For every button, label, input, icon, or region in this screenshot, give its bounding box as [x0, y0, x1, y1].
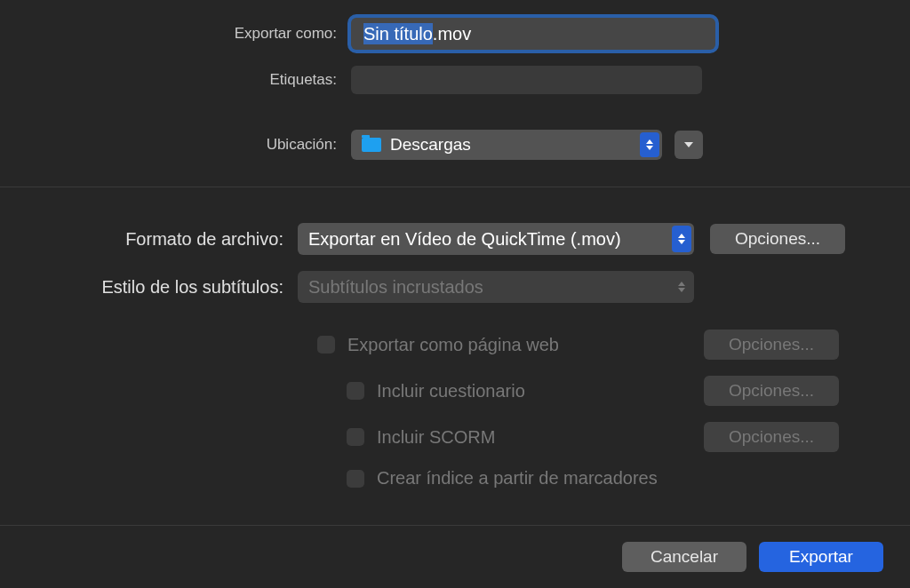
file-format-label: Formato de archivo:: [27, 229, 298, 250]
tags-input[interactable]: [351, 66, 702, 94]
webpage-options-button: Opciones...: [704, 330, 839, 360]
cancel-button[interactable]: Cancelar: [622, 542, 746, 572]
location-label: Ubicación:: [27, 136, 351, 154]
export-as-label: Exportar como:: [27, 25, 351, 43]
include-scorm-label: Incluir SCORM: [377, 427, 688, 448]
chevron-down-icon: [684, 142, 693, 147]
expand-location-button[interactable]: [675, 131, 703, 159]
subtitle-style-dropdown: Subtítulos incrustados: [298, 271, 694, 303]
include-quiz-checkbox: [347, 382, 364, 400]
subtitle-style-label: Estilo de los subtítulos:: [27, 277, 298, 298]
updown-arrows-icon: [640, 132, 659, 157]
file-format-value: Exportar en Vídeo de QuickTime (.mov): [308, 229, 621, 250]
scorm-options-button: Opciones...: [704, 422, 839, 452]
format-options-button[interactable]: Opciones...: [710, 224, 845, 254]
export-webpage-label: Exportar como página web: [347, 335, 688, 355]
folder-icon: [362, 138, 381, 152]
location-value: Descargas: [390, 135, 471, 155]
create-index-label: Crear índice a partir de marcadores: [377, 468, 883, 489]
export-webpage-checkbox[interactable]: [317, 336, 335, 354]
quiz-options-button: Opciones...: [704, 376, 839, 406]
create-index-checkbox: [347, 470, 364, 488]
include-scorm-checkbox: [347, 428, 364, 446]
filename-input[interactable]: Sin título.mov: [351, 18, 715, 50]
file-format-dropdown[interactable]: Exportar en Vídeo de QuickTime (.mov): [298, 223, 694, 255]
location-dropdown[interactable]: Descargas: [351, 130, 662, 160]
updown-arrows-icon: [672, 274, 691, 300]
filename-extension: .mov: [433, 24, 471, 44]
subtitle-style-value: Subtítulos incrustados: [308, 277, 483, 298]
updown-arrows-icon: [672, 226, 691, 252]
export-button[interactable]: Exportar: [759, 542, 883, 572]
include-quiz-label: Incluir cuestionario: [377, 381, 688, 401]
tags-label: Etiquetas:: [27, 71, 351, 89]
filename-selected-text: Sin título: [363, 23, 433, 44]
